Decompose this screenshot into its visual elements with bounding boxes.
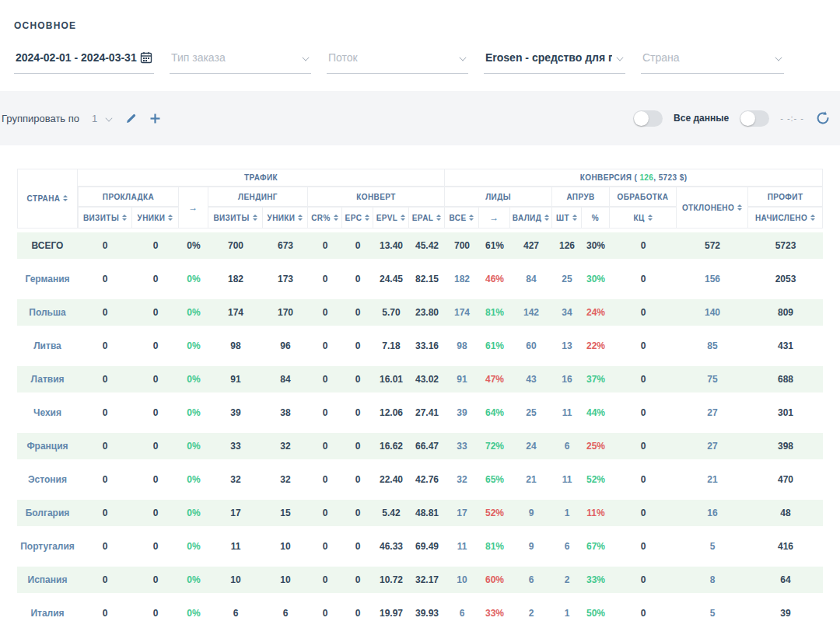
value-cell: 0 [132,529,179,563]
value-cell: 24% [582,295,610,329]
value-cell: 0 [132,229,179,262]
value-cell: 81% [479,529,510,563]
value-cell: 0 [308,329,342,362]
country-select[interactable]: Страна [641,47,784,74]
offer-select[interactable]: Erosen - средство для п... [484,47,625,74]
value-cell: 67% [582,529,610,563]
value-cell: 46% [479,262,510,295]
header-country[interactable]: СТРАНА [17,169,78,229]
value-cell: 43 [510,362,552,396]
header-profit-group: ПРОФИТ [748,187,823,207]
value-cell: 5723 [748,229,823,262]
value-cell: 16.62 [373,429,409,462]
value-cell: 42.76 [409,462,445,496]
value-cell: 182 [445,262,479,295]
header-uniques-prokladka[interactable]: УНИКИ [132,207,179,229]
chevron-down-icon [775,53,782,60]
value-cell: 34 [552,295,582,329]
group-by-select[interactable]: 1 [92,113,113,124]
table-row: Германия000%1821730024.4582.1518246%8425… [17,262,823,295]
value-cell: 10.72 [373,563,409,596]
header-prokladka-group: ПРОКЛАДКА [78,187,179,207]
header-nachisleno[interactable]: НАЧИСЛЕНО [748,207,823,229]
header-arrow: → [179,187,208,229]
country-cell: Латвия [17,362,78,396]
time-toggle[interactable] [740,110,769,127]
value-cell: 52% [582,462,610,496]
value-cell: 0 [610,563,677,596]
header-all-leads[interactable]: ВСЕ [445,207,479,229]
value-cell: 0 [308,496,342,529]
value-cell: 32.17 [409,563,445,596]
flow-select[interactable]: Поток [327,47,468,74]
value-cell: 174 [208,295,263,329]
header-epc[interactable]: EPC [342,207,373,229]
order-type-select[interactable]: Тип заказа [170,47,311,74]
header-epvl[interactable]: EPVL [373,207,409,229]
country-placeholder: Страна [642,51,680,64]
value-cell: 0 [342,362,373,396]
value-cell: 48 [748,496,823,529]
value-cell: 25 [510,396,552,429]
value-cell: 1 [552,496,582,529]
header-conversion-group: КОНВЕРСИЯ ( 126, 5723 $) [445,169,823,187]
sort-icon [572,215,577,221]
value-cell: 10 [263,563,308,596]
value-cell: 25 [552,262,582,295]
value-cell: 0 [610,462,677,496]
value-cell: 0 [78,596,132,628]
date-range-field[interactable]: 2024-02-01 - 2024-03-31 [14,47,154,74]
header-kc[interactable]: КЦ [610,207,677,229]
value-cell: 32 [263,462,308,496]
value-cell: 2 [510,596,552,628]
value-cell: 0 [308,295,342,329]
edit-pencil-icon[interactable] [125,113,137,124]
value-cell: 17 [208,496,263,529]
value-cell: 0 [132,295,179,329]
add-plus-icon[interactable] [149,113,161,124]
value-cell: 0 [610,362,677,396]
value-cell: 470 [748,462,823,496]
value-cell: 700 [445,229,479,262]
header-valid[interactable]: ВАЛИД [510,207,552,229]
refresh-icon[interactable] [815,110,831,126]
table-row: Португалия000%11100046.3369.491181%9667%… [17,529,823,563]
sort-icon [168,215,173,221]
value-cell: 27 [677,396,748,429]
value-cell: 0 [610,262,677,295]
value-cell: 21 [510,462,552,496]
header-visits-lending[interactable]: ВИЗИТЫ [208,207,263,229]
value-cell: 11 [208,529,263,563]
value-cell: 64% [479,396,510,429]
header-sht[interactable]: ШТ [552,207,582,229]
country-cell: Франция [17,429,78,462]
value-cell: 30% [582,262,610,295]
date-range-value: 2024-02-01 - 2024-03-31 [16,51,137,64]
table-row: Болгария000%1715005.4248.811752%9111%016… [17,496,823,529]
value-cell: 66.47 [409,429,445,462]
value-cell: 0 [78,529,132,563]
header-otkloneno[interactable]: ОТКЛОНЕНО [677,187,748,229]
value-cell: 156 [677,262,748,295]
header-epal[interactable]: EPAL [409,207,445,229]
value-cell: 32 [263,429,308,462]
value-cell: 24 [510,429,552,462]
country-cell: Болгария [17,496,78,529]
calendar-icon[interactable] [140,51,152,64]
header-cr[interactable]: CR% [308,207,342,229]
header-visits-prokladka[interactable]: ВИЗИТЫ [78,207,132,229]
value-cell: 0 [308,229,342,262]
value-cell: 0 [132,429,179,462]
value-cell: 140 [677,295,748,329]
value-cell: 39 [208,396,263,429]
value-cell: 5 [677,529,748,563]
header-apruv-group: АПРУВ [552,187,610,207]
country-cell: ВСЕГО [17,229,78,262]
value-cell: 33 [445,429,479,462]
chevron-down-icon [460,53,467,60]
value-cell: 82.15 [409,262,445,295]
value-cell: 61% [479,329,510,362]
value-cell: 10 [445,563,479,596]
all-data-toggle[interactable] [633,110,663,127]
header-uniques-lending[interactable]: УНИКИ [263,207,308,229]
